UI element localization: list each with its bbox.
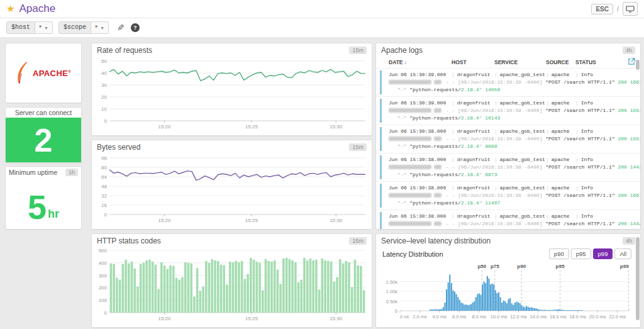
rate-of-requests-chart[interactable]: 0102030405015:2015:2515:30 [92,56,372,131]
host-variable-select[interactable]: $host *▼ [6,21,53,34]
edit-pencil-icon[interactable]: ✎ [117,23,125,33]
svg-text:p99: p99 [620,264,629,269]
log-agent-version: 2.18.4 [461,172,479,177]
log-status-code-bytes: 200 1442 [618,164,641,170]
timeframe-badge: 4h [623,237,635,245]
minimum-uptime-widget: Minimum uptime 1h 5 hr [5,166,82,230]
redacted-ip [389,221,431,226]
log-line-agent: "-" "python-requests/2.18.4" 14050 [389,86,636,94]
column-date[interactable]: DATE ↓ [389,59,452,65]
log-request: "POST /search HTTP/1.1" [545,79,618,85]
log-row[interactable]: Jun 06 15:30:38.000|dragonfruit|apache_g… [376,125,640,153]
log-row[interactable]: Jun 06 15:30:39.000|dragonfruit|apache_g… [376,97,640,125]
log-agent-version: 2.18.4 [461,143,479,149]
favorite-star-icon[interactable]: ★ [6,3,14,14]
help-icon[interactable]: ? [131,23,140,32]
column-host[interactable]: HOST [452,59,494,65]
latency-scrollbar[interactable] [636,237,640,320]
svg-text:2.0 ms: 2.0 ms [413,314,427,320]
esc-button[interactable]: ESC [591,4,613,14]
logs-scrollbar[interactable] [636,60,640,70]
percentile-button-p95[interactable]: p95 [571,248,591,259]
column-status[interactable]: STATUS [575,59,628,65]
svg-text:500: 500 [99,248,108,254]
http-status-codes-widget: HTTP status codes 15m 010020030040050015… [91,233,372,328]
check-status-value: 2 [6,118,81,162]
apache-wordmark: APACHE® [33,69,71,78]
quote-mark: " [479,228,486,230]
log-referrer: "-" [397,228,409,230]
log-count: 10143 [485,115,500,121]
log-line-summary: Jun 06 15:30:38.000|dragonfruit|apache_g… [389,213,636,220]
pipe-separator: | [575,128,579,134]
slash-separator: / [617,5,619,13]
log-line-agent: "-" "python-requests/2.18.4" 6954 [389,228,636,230]
log-row[interactable]: Jun 06 15:30:39.000|dragonfruit|apache_g… [376,69,640,97]
redacted-user [434,221,441,226]
log-user-agent: "python-requests/ [409,228,461,230]
log-dashes: - - [443,136,458,142]
log-referrer: "-" [397,115,409,121]
redacted-user [434,137,441,141]
pipe-separator: | [494,72,497,77]
log-date: Jun 06 15:30:39.000 [389,71,452,79]
pipe-separator: | [546,72,549,77]
log-request-timestamp: [06/Jun/2018:15:30:38 -0400] [458,136,545,142]
log-date: Jun 06 15:30:38.000 [389,213,452,220]
redacted-user [434,80,441,84]
redacted-user [434,193,441,198]
http-status-codes-chart[interactable]: 010020030040050015:2015:2515:30 [92,247,372,323]
svg-text:20.0 ms: 20.0 ms [589,314,606,320]
top-bar: ★ Apache ESC / [0,0,644,18]
template-variable-toolbar: $host *▼ $scope *▼ ✎ ? [0,18,644,38]
log-dashes: - - [443,79,458,85]
rate-of-requests-widget: Rate of requests 15m 0102030405015:2015:… [91,43,372,136]
fullscreen-button[interactable] [623,2,638,16]
trademark-mark: ® [68,69,71,73]
timeframe-badge: 15m [349,47,367,54]
pipe-separator: | [452,157,455,162]
log-line-summary: Jun 06 15:30:38.000|dragonfruit|apache_g… [389,184,636,192]
log-host: |dragonfruit [452,128,494,135]
uptime-title: Minimum uptime [9,169,57,176]
svg-text:15:25: 15:25 [245,218,258,223]
scope-variable-select[interactable]: $scope *▼ [58,21,109,34]
latency-inner-title: Latency Distribution [382,250,443,258]
apache-logs-widget: Apache logs 4h DATE ↓ HOST SERVICE SOURC… [375,43,641,230]
log-line-agent: "-" "python-requests/2.18.4" 6873 [389,171,636,179]
log-request-timestamp: [06/Jun/2018:15:30:39 -0400] [458,108,545,113]
log-rows-list: Jun 06 15:30:39.000|dragonfruit|apache_g… [376,69,640,230]
percentile-button-all[interactable]: All [614,248,631,259]
latency-histogram-chart[interactable]: 00.50k1.00k1.50k0 ns2.0 ms4.0 ms6.0 ms8.… [379,259,634,321]
scope-variable-value: *▼ [91,22,108,33]
log-service: |apache_gob_test [494,156,546,164]
pipe-separator: | [575,100,579,106]
svg-text:64: 64 [101,174,107,180]
log-row[interactable]: Jun 06 15:30:38.000|dragonfruit|apache_g… [376,182,640,210]
svg-text:12.0 ms: 12.0 ms [510,314,527,320]
log-line-message: - - [06/Jun/2018:15:30:38 -0400] "POST /… [389,135,636,143]
latency-distribution-widget: Service–level latency distribution 4h La… [375,233,641,328]
percentile-button-p99[interactable]: p99 [593,248,613,259]
log-status: |Info [575,71,593,79]
percentile-button-p90[interactable]: p90 [549,248,569,259]
svg-text:0: 0 [395,308,397,314]
check-title: Server can connect [6,108,81,118]
open-in-log-explorer-button[interactable] [628,58,635,66]
log-status-code-bytes: 200 1551 [618,136,641,142]
log-row[interactable]: Jun 06 15:30:38.000|dragonfruit|apache_g… [376,153,640,182]
column-service[interactable]: SERVICE [494,59,546,65]
monitor-icon [626,6,635,13]
svg-text:50: 50 [101,59,107,64]
widget-title: Service–level latency distribution [381,237,491,245]
bytes-served-chart[interactable]: 016324864809615:2015:2515:30 [92,153,372,225]
host-variable-label: $host [7,22,35,33]
log-user-agent: "python-requests/ [409,200,461,206]
server-can-connect-widget: Server can connect 2 [5,107,82,163]
column-source[interactable]: SOURCE [546,59,575,65]
redacted-ip [389,165,431,169]
dashboard-title: Apache [19,3,55,15]
log-row[interactable]: Jun 06 15:30:38.000|dragonfruit|apache_g… [376,210,640,230]
log-request: "POST /search HTTP/1.1" [545,192,618,198]
apache-logo-widget: APACHE® [5,43,82,103]
